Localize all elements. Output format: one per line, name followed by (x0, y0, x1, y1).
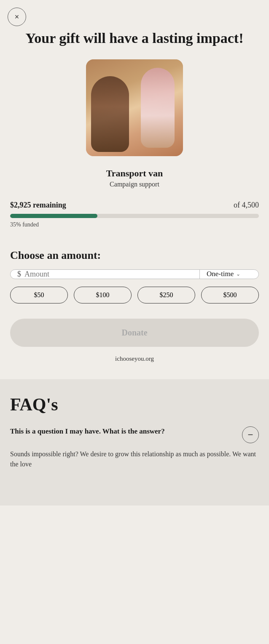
faq-question: This is a question I may have. What is t… (10, 426, 242, 437)
faq-item: This is a question I may have. What is t… (10, 426, 259, 470)
remaining-text: $2,925 remaining (10, 201, 66, 210)
preset-250[interactable]: $250 (137, 287, 195, 303)
frequency-label: One-time (207, 270, 234, 278)
of-text: of 4,500 (234, 201, 259, 210)
close-icon: × (15, 13, 19, 21)
campaign-subtitle: Campaign support (10, 181, 259, 188)
amount-presets: $50 $100 $250 $500 (10, 287, 259, 303)
faq-section: FAQ's This is a question I may have. Wha… (0, 379, 269, 506)
amount-input-wrap: $ (11, 270, 199, 279)
dollar-sign: $ (17, 270, 21, 279)
hero-image (86, 59, 183, 156)
donate-button[interactable]: Donate (10, 319, 259, 347)
faq-title: FAQ's (10, 394, 259, 415)
funding-row: $2,925 remaining of 4,500 (10, 201, 259, 210)
progress-bar-fill (10, 214, 97, 218)
chevron-down-icon: ⌄ (236, 271, 240, 277)
choose-label: Choose an amount: (10, 249, 259, 262)
campaign-title: Transport van (10, 168, 259, 179)
amount-input-row: $ One-time ⌄ (10, 269, 259, 279)
headline: Your gift will have a lasting impact! (10, 29, 259, 48)
top-section: × Your gift will have a lasting impact! … (0, 0, 269, 188)
choose-section: Choose an amount: $ One-time ⌄ $50 $100 … (0, 249, 269, 362)
website-link: ichooseyou.org (10, 355, 259, 362)
preset-500[interactable]: $500 (201, 287, 259, 303)
faq-toggle-button[interactable]: − (242, 426, 259, 443)
frequency-select[interactable]: One-time ⌄ (199, 270, 258, 279)
funding-section: $2,925 remaining of 4,500 35% funded (0, 201, 269, 249)
close-button[interactable]: × (8, 8, 26, 26)
amount-input[interactable] (24, 270, 193, 279)
faq-answer: Sounds impossible right? We desire to gr… (10, 449, 259, 470)
progress-bar-background (10, 214, 259, 218)
faq-question-row: This is a question I may have. What is t… (10, 426, 259, 443)
hero-image-inner (86, 59, 183, 156)
preset-100[interactable]: $100 (74, 287, 132, 303)
funded-text: 35% funded (10, 221, 259, 228)
preset-50[interactable]: $50 (10, 287, 68, 303)
